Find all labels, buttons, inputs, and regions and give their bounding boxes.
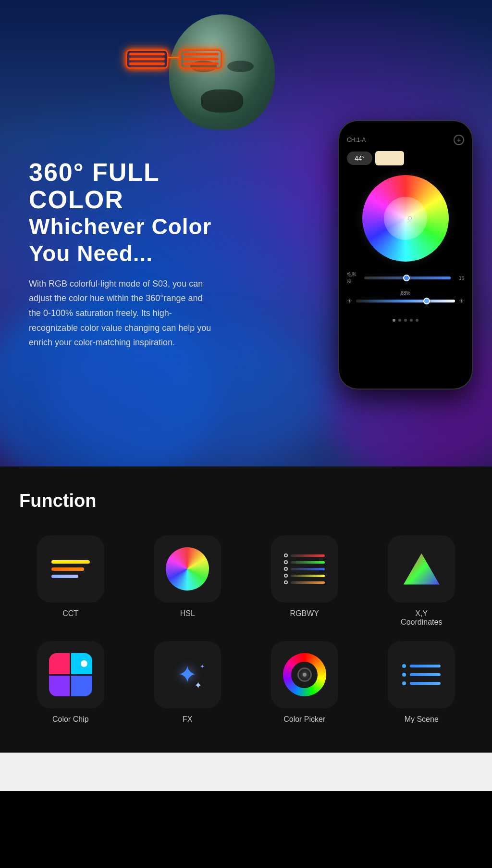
function-item-fx[interactable]: ✦ ✦ ✦ FX xyxy=(136,641,239,724)
brightness-track[interactable] xyxy=(356,300,455,302)
phone-mockup: CH:1-A + 44° 饱和度 16 68% xyxy=(338,120,473,390)
fx-sparkle-icon: ✦ xyxy=(194,679,202,691)
phone-channel-label: CH:1-A xyxy=(347,137,366,143)
chip-blue xyxy=(71,676,92,697)
function-item-my-scene[interactable]: My Scene xyxy=(370,641,473,724)
fx-label: FX xyxy=(183,715,192,724)
phone-notch xyxy=(386,125,425,131)
person-glasses xyxy=(126,50,222,74)
color-wheel[interactable] xyxy=(362,175,449,262)
function-item-cct[interactable]: CCT xyxy=(19,535,122,627)
hero-title-line1: 360° FULL COLOR xyxy=(29,159,231,214)
page-dot-1[interactable] xyxy=(393,319,395,322)
picker-dot xyxy=(303,673,307,677)
color-chip-icon-box[interactable] xyxy=(37,641,104,708)
bottom-section xyxy=(0,753,492,791)
cct-icon xyxy=(51,560,90,578)
rgbwy-dot-b xyxy=(284,567,288,571)
xy-icon-box[interactable] xyxy=(388,535,455,603)
saturation-track[interactable] xyxy=(364,277,451,279)
function-grid: CCT HSL xyxy=(19,535,473,724)
color-wheel-container[interactable] xyxy=(339,170,472,266)
phone-hue-badge: 44° xyxy=(347,151,372,165)
rgbwy-dot-y xyxy=(284,580,288,584)
rgbwy-icon xyxy=(284,554,325,584)
scene-bar-2 xyxy=(410,673,441,676)
hsl-wheel-icon xyxy=(166,547,209,591)
scene-dot-3 xyxy=(402,681,406,685)
function-item-color-chip[interactable]: Color Chip xyxy=(19,641,122,724)
chip-purple xyxy=(49,676,70,697)
cct-line-mid xyxy=(51,567,84,571)
phone-color-preview: 44° xyxy=(339,149,472,170)
function-item-rgbwy[interactable]: RGBWY xyxy=(253,535,356,627)
hero-section: 360° FULL COLOR Whichever Color You Need… xyxy=(0,0,492,466)
page-dot-2[interactable] xyxy=(398,319,401,322)
rgbwy-label: RGBWY xyxy=(290,609,319,618)
saturation-thumb[interactable] xyxy=(403,275,410,281)
fx-icon: ✦ ✦ ✦ xyxy=(177,661,197,689)
phone-screen: CH:1-A + 44° 饱和度 16 68% xyxy=(339,121,472,389)
brightness-slider-row: ☀ ☀ xyxy=(347,298,464,304)
hero-description: With RGB colorful-light mode of S03, you… xyxy=(29,277,211,350)
saturation-label-cn: 饱和度 xyxy=(347,271,360,285)
hsl-label: HSL xyxy=(180,609,195,618)
rgbwy-bar-g xyxy=(291,561,325,564)
xy-label: X,Y Coordinates xyxy=(401,609,442,627)
rgbwy-bar-b xyxy=(291,568,325,570)
brightness-thumb[interactable] xyxy=(423,298,430,304)
phone-page-dots xyxy=(339,315,472,326)
glasses-right xyxy=(180,50,222,69)
cct-line-warm xyxy=(51,560,90,564)
function-item-color-picker[interactable]: Color Picker xyxy=(253,641,356,724)
fx-sparkle2-icon: ✦ xyxy=(200,663,205,670)
phone-color-swatch xyxy=(375,151,404,165)
xy-triangle-icon xyxy=(404,554,440,585)
brightness-label: 68% xyxy=(347,290,464,296)
page-dot-3[interactable] xyxy=(404,319,407,322)
color-chip-icon xyxy=(49,653,92,696)
color-wheel-cursor xyxy=(408,216,412,220)
rgbwy-bar-y xyxy=(291,581,325,584)
scene-row-1 xyxy=(402,664,441,668)
rgbwy-dot-g xyxy=(284,560,288,564)
color-picker-icon xyxy=(283,653,326,696)
cct-label: CCT xyxy=(62,609,78,618)
scene-dot-1 xyxy=(402,664,406,668)
function-title: Function xyxy=(19,491,473,511)
scene-row-2 xyxy=(402,673,441,677)
cct-icon-box[interactable] xyxy=(37,535,104,603)
chip-cyan xyxy=(71,653,92,674)
my-scene-label: My Scene xyxy=(405,715,439,724)
page-dot-5[interactable] xyxy=(416,319,418,322)
phone-sliders: 饱和度 16 68% ☀ ☀ xyxy=(339,266,472,315)
glasses-bridge xyxy=(168,57,180,58)
scene-bar-3 xyxy=(410,682,441,685)
rgbwy-bar-r xyxy=(291,554,325,557)
cct-line-cool xyxy=(51,575,78,578)
sun-large-icon: ☀ xyxy=(459,298,464,304)
rgbwy-dot-r xyxy=(284,554,288,557)
fx-icon-box[interactable]: ✦ ✦ ✦ xyxy=(154,641,221,708)
phone-add-button[interactable]: + xyxy=(454,135,464,145)
rgbwy-dot-w xyxy=(284,574,288,578)
function-item-hsl[interactable]: HSL xyxy=(136,535,239,627)
color-picker-label: Color Picker xyxy=(283,715,325,724)
scene-dot-2 xyxy=(402,673,406,677)
sun-small-icon: ☀ xyxy=(347,298,352,304)
scene-row-3 xyxy=(402,681,441,685)
picker-center xyxy=(297,667,312,682)
hero-text-block: 360° FULL COLOR Whichever Color You Need… xyxy=(29,159,231,350)
color-chip-label: Color Chip xyxy=(52,715,89,724)
my-scene-icon xyxy=(402,664,441,685)
chip-pink xyxy=(49,653,70,674)
scene-bar-1 xyxy=(410,665,441,667)
hero-title-line2: Whichever Color You Need... xyxy=(29,214,231,266)
hsl-icon-box[interactable] xyxy=(154,535,221,603)
color-picker-icon-box[interactable] xyxy=(271,641,338,708)
page-dot-4[interactable] xyxy=(410,319,413,322)
rgbwy-icon-box[interactable] xyxy=(271,535,338,603)
my-scene-icon-box[interactable] xyxy=(388,641,455,708)
glasses-left xyxy=(126,50,168,69)
function-item-xy[interactable]: X,Y Coordinates xyxy=(370,535,473,627)
